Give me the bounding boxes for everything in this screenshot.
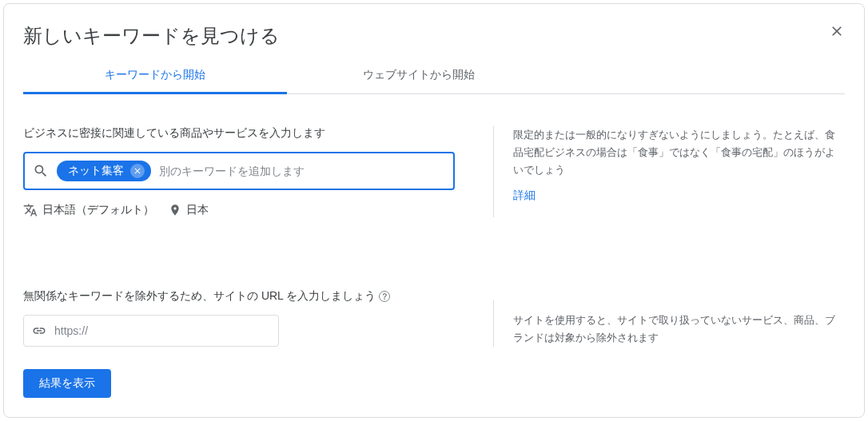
close-icon xyxy=(829,23,845,39)
search-icon xyxy=(33,163,49,179)
keyword-input-box[interactable]: ネット集客 xyxy=(23,152,455,190)
keyword-chip: ネット集客 xyxy=(57,161,151,181)
help-icon[interactable]: ? xyxy=(379,291,390,302)
url-section-label: 無関係なキーワードを除外するため、サイトの URL を入力しましょう xyxy=(23,289,376,304)
tab-start-keywords[interactable]: キーワードから開始 xyxy=(23,58,287,93)
location-icon xyxy=(169,204,181,216)
tabs: キーワードから開始 ウェブサイトから開始 xyxy=(23,58,845,94)
page-title: 新しいキーワードを見つける xyxy=(23,23,280,49)
keywords-label: ビジネスに密接に関連している商品やサービスを入力します xyxy=(23,126,455,141)
keyword-text-input[interactable] xyxy=(159,165,445,177)
close-icon xyxy=(133,166,142,176)
submit-button[interactable]: 結果を表示 xyxy=(23,369,111,398)
keyword-planner-dialog: 新しいキーワードを見つける キーワードから開始 ウェブサイトから開始 ビジネスに… xyxy=(3,3,865,418)
url-hint: サイトを使用すると、サイトで取り扱っていないサービス、商品、ブランドは対象から除… xyxy=(513,312,845,347)
keywords-hint: 限定的または一般的になりすぎないようにしましょう。たとえば、食品宅配ビジネスの場… xyxy=(513,126,845,179)
chip-remove-button[interactable] xyxy=(130,164,145,178)
close-button[interactable] xyxy=(829,23,845,39)
url-input[interactable] xyxy=(54,324,270,337)
tab-start-website[interactable]: ウェブサイトから開始 xyxy=(287,58,551,93)
translate-icon xyxy=(23,203,38,217)
url-input-box[interactable] xyxy=(23,315,279,347)
location-selector[interactable]: 日本 xyxy=(169,203,209,217)
language-value: 日本語（デフォルト） xyxy=(42,203,154,217)
location-value: 日本 xyxy=(186,203,209,217)
link-icon xyxy=(32,324,46,338)
language-selector[interactable]: 日本語（デフォルト） xyxy=(23,203,154,217)
chip-label: ネット集客 xyxy=(68,164,124,178)
learn-more-link[interactable]: 詳細 xyxy=(513,189,536,203)
